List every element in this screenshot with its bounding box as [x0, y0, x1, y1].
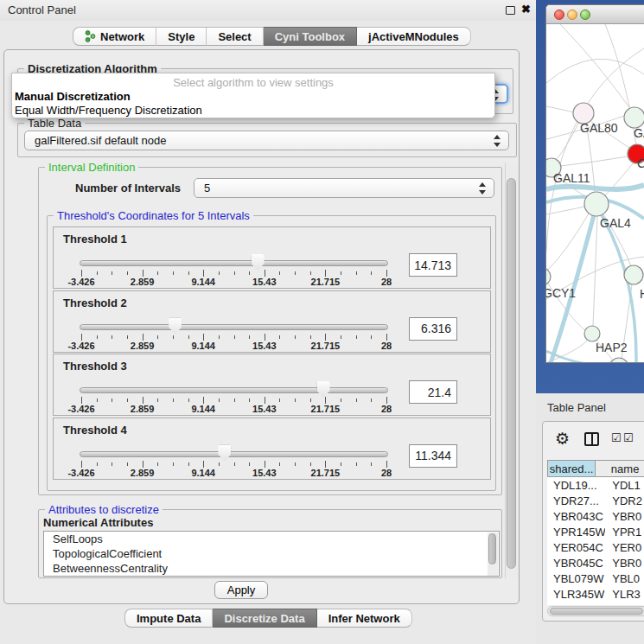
attribute-item-selfloops[interactable]: SelfLoops [44, 532, 499, 546]
threshold-value-field[interactable]: 21.4 [409, 380, 457, 404]
column-header-name[interactable]: name [596, 460, 644, 477]
top-right-node[interactable] [624, 107, 644, 128]
GAL4-node[interactable] [584, 192, 609, 216]
table-row[interactable]: YDR27...YDR2 [547, 493, 644, 508]
table-row[interactable]: YBL079WYBL0 [547, 571, 644, 586]
tab-label: jActiveMNodules [368, 30, 459, 43]
tab-impute-data[interactable]: Impute Data [124, 609, 213, 628]
network-edge[interactable] [546, 207, 584, 214]
table-data-title: Table Data [24, 117, 85, 130]
slider-ticks [81, 270, 386, 277]
attributes-scrollbar[interactable] [488, 532, 498, 577]
float-window-icon[interactable] [506, 6, 515, 15]
attribute-item-betweennesscentrality[interactable]: BetweennessCentrality [44, 561, 499, 576]
node-label-hap2: HAP2 [596, 341, 628, 354]
tab-label: Network [100, 30, 144, 43]
algorithm-option-manual-discretization[interactable]: Manual Discretization [14, 90, 494, 104]
network-window-titlebar[interactable] [546, 5, 644, 24]
thresholds-group-title: Threshold's Coordinates for 5 Intervals [54, 209, 253, 222]
node-label-gal80: GAL80 [580, 121, 618, 135]
panel-scrollbar[interactable] [505, 163, 519, 578]
slider-ticks [81, 397, 386, 404]
combo-arrows-icon [478, 182, 486, 194]
network-desktop: GAL80GACGAL11GAL4GCY1HHAP2 [536, 0, 644, 393]
panel-scrollbar-thumb[interactable] [507, 178, 516, 569]
tab-label: Infer Network [328, 612, 400, 625]
tab-jactivemnodules[interactable]: jActiveMNodules [357, 27, 471, 46]
attribute-item-topologicalcoefficient[interactable]: TopologicalCoefficient [44, 546, 499, 561]
table-cell: YBR0 [605, 510, 644, 523]
table-cell: YLR3 [605, 588, 644, 601]
table-body: YDL19...YDL1YDR27...YDR2YBR043CYBR0YPR14… [547, 477, 644, 605]
network-edge[interactable] [546, 106, 574, 112]
slider-tick-labels: -3.4262.8599.14415.4321.71528 [81, 277, 386, 287]
network-canvas[interactable]: GAL80GACGAL11GAL4GCY1HHAP2 [546, 24, 644, 363]
attributes-group-title: Attributes to discretize [45, 503, 163, 516]
checkbox-icon[interactable]: ☑ [611, 431, 622, 444]
network-edge[interactable] [560, 24, 631, 110]
close-icon[interactable]: ✖ [521, 3, 531, 16]
threshold-slider-thumb[interactable] [218, 445, 231, 462]
table-row[interactable]: YPR145WYPR1 [547, 524, 644, 539]
bottom-node[interactable] [609, 358, 628, 363]
algorithm-option-equal-width-frequency-discretization[interactable]: Equal Width/Frequency Discretization [14, 104, 494, 118]
tab-infer-network[interactable]: Infer Network [317, 609, 412, 628]
threshold-value-field[interactable]: 14.713 [409, 253, 457, 277]
threshold-slider-track[interactable] [80, 387, 388, 393]
threshold-slider-thumb[interactable] [169, 318, 182, 335]
tab-select[interactable]: Select [207, 27, 263, 46]
threshold-slider-track[interactable] [80, 451, 388, 457]
column-header-shared-name[interactable]: shared... [547, 460, 596, 477]
table-row[interactable]: YBR043CYBR0 [547, 508, 644, 524]
threshold-slider-track[interactable] [80, 324, 388, 330]
slider-tick-labels: -3.4262.8599.14415.4321.71528 [81, 341, 386, 351]
algorithm-dropdown-popup: Select algorithm to view settings Manual… [11, 73, 495, 118]
threshold-value-field[interactable]: 6.316 [409, 317, 457, 341]
network-edge[interactable] [546, 185, 644, 189]
threshold-panel-2: Threshold 2-3.4262.8599.14415.4321.71528… [53, 290, 491, 353]
table-row[interactable]: YER054CYER0 [547, 539, 644, 555]
table-data-value: galFiltered.sif default node [35, 134, 166, 147]
HAP2-node[interactable] [584, 326, 600, 341]
threshold-panel-1: Threshold 1-3.4262.8599.14415.4321.71528… [53, 226, 491, 289]
table-cell: YER054C [547, 541, 605, 554]
apply-button[interactable]: Apply [214, 581, 268, 599]
tab-discretize-data[interactable]: Discretize Data [213, 609, 316, 628]
algorithm-prompt-option[interactable]: Select algorithm to view settings [12, 76, 494, 89]
gear-icon[interactable]: ⚙ [555, 429, 570, 449]
H-node[interactable] [624, 265, 643, 284]
tab-cyni-toolbox[interactable]: Cyni Toolbox [264, 27, 357, 46]
table-row[interactable]: YIL052CYIL0 [547, 602, 644, 605]
tab-label: Style [168, 30, 194, 43]
number-of-intervals-combo[interactable]: 5 [194, 178, 494, 198]
tab-label: Impute Data [137, 612, 201, 625]
thresholds-group: Threshold's Coordinates for 5 Intervals … [47, 215, 496, 491]
node-table[interactable]: shared... name YDL19...YDL1YDR27...YDR2Y… [547, 460, 644, 605]
table-row[interactable]: YBR045CYBR0 [547, 555, 644, 571]
threshold-value-field[interactable]: 11.344 [409, 444, 457, 468]
table-row[interactable]: YLR345WYLR3 [547, 586, 644, 602]
zoom-traffic-light-icon[interactable] [580, 10, 590, 20]
attributes-scrollbar-thumb[interactable] [488, 533, 496, 564]
tab-style[interactable]: Style [156, 27, 207, 46]
checkbox-icon[interactable]: ☑ [623, 431, 634, 444]
table-data-combo[interactable]: galFiltered.sif default node [24, 131, 509, 150]
table-horizontal-scrollbar[interactable] [547, 606, 644, 616]
top-tab-bar: NetworkStyleSelectCyni ToolboxjActiveMNo… [73, 27, 471, 46]
tab-network[interactable]: Network [73, 27, 156, 46]
close-traffic-light-icon[interactable] [554, 10, 564, 20]
table-scrollbar-thumb[interactable] [550, 608, 643, 615]
table-row[interactable]: YDL19...YDL1 [547, 477, 644, 493]
network-edge[interactable] [561, 156, 628, 166]
threshold-slider-track[interactable] [80, 260, 388, 266]
minimize-traffic-light-icon[interactable] [567, 10, 577, 20]
columns-icon[interactable] [584, 432, 599, 446]
node-label-gcy1: GCY1 [546, 286, 576, 300]
threshold-slider-thumb[interactable] [317, 381, 330, 398]
table-panel-body: ⚙ ☑ ☑ shared... name YDL19...YDL1YDR27..… [542, 421, 644, 622]
GCY1-node[interactable] [546, 268, 551, 285]
table-header-row: shared... name [547, 460, 644, 477]
interval-definition-title: Interval Definition [45, 161, 138, 174]
numerical-attributes-list[interactable]: SelfLoopsTopologicalCoefficientBetweenne… [43, 531, 500, 577]
threshold-slider-thumb[interactable] [252, 254, 265, 271]
